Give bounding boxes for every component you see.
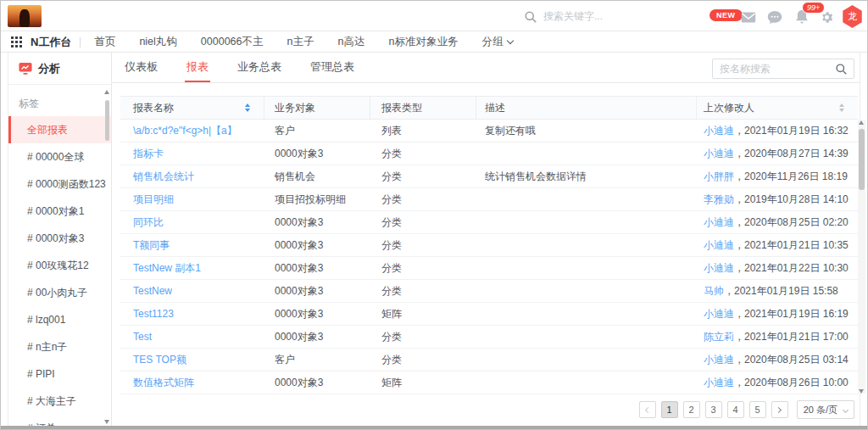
report-name-link[interactable]: \a/b:c*d?e"f<g>h|【a】 bbox=[133, 124, 237, 138]
tab[interactable]: 报表 bbox=[185, 53, 210, 82]
table-row: 同环比 0000对象3 分类 小迪迪，2020年08月25日 02:20 bbox=[120, 211, 858, 234]
report-name-link[interactable]: 指标卡 bbox=[133, 147, 164, 161]
table-body: \a/b:c*d?e"f<g>h|【a】 客户 列表 复制还有哦 小迪迪，202… bbox=[120, 120, 858, 394]
global-search-input[interactable] bbox=[543, 10, 687, 22]
sidebar-tag-item[interactable]: # 0000对象3 bbox=[8, 225, 111, 252]
nav-item[interactable]: niel丸钩 bbox=[139, 35, 176, 49]
nav-item[interactable]: n高达 bbox=[337, 35, 364, 49]
business-object-cell: 0000对象3 bbox=[264, 211, 370, 233]
page-button[interactable]: 4 bbox=[727, 401, 744, 418]
report-name-link[interactable]: TES TOP额 bbox=[133, 353, 186, 367]
sidebar-scrollbar[interactable] bbox=[104, 90, 110, 424]
modifier-link[interactable]: 小迪迪 bbox=[704, 215, 734, 230]
pagination: 1 2 3 4 5 20 条/页 bbox=[639, 400, 854, 419]
apps-grid-icon[interactable] bbox=[11, 36, 22, 47]
report-type-cell: 矩阵 bbox=[370, 371, 476, 394]
sidebar-item-all-reports[interactable]: 全部报表 bbox=[8, 116, 111, 143]
modifier-separator: ， bbox=[734, 147, 744, 161]
report-name-link[interactable]: TestNew bbox=[133, 285, 172, 297]
prev-page-button[interactable] bbox=[639, 401, 656, 418]
sidebar-tag-item[interactable]: # 0000对象1 bbox=[8, 198, 111, 225]
search-icon[interactable] bbox=[835, 63, 847, 75]
last-modified-cell: 陈立莉，2021年01月21日 17:00 bbox=[697, 326, 858, 348]
nav-item[interactable]: n标准对象业务 bbox=[388, 35, 458, 49]
global-search[interactable] bbox=[524, 7, 710, 25]
sidebar-tag-item[interactable]: # 0000测函数123 bbox=[8, 170, 111, 198]
sidebar-tag-item[interactable]: # 00小肉丸子 bbox=[8, 279, 111, 306]
chevron-left-icon bbox=[645, 406, 651, 412]
report-name-link[interactable]: 项目明细 bbox=[133, 193, 174, 207]
modified-time: 2020年08月26日 10:00 bbox=[744, 376, 849, 390]
avatar[interactable]: 龙 bbox=[842, 5, 863, 28]
column-header-report-name[interactable]: 报表名称 bbox=[120, 97, 264, 119]
analysis-icon bbox=[19, 62, 32, 75]
modified-time: 2021年01月21日 17:00 bbox=[744, 330, 849, 344]
modifier-link[interactable]: 陈立莉 bbox=[704, 330, 734, 344]
next-page-button[interactable] bbox=[771, 401, 788, 418]
report-name-link[interactable]: 销售机会统计 bbox=[133, 170, 194, 184]
page-button[interactable]: 1 bbox=[661, 401, 678, 418]
report-name-link[interactable]: 同环比 bbox=[133, 215, 164, 230]
sidebar-tag-item[interactable]: # PIPI bbox=[8, 360, 111, 388]
workspace-title[interactable]: N工作台 bbox=[31, 35, 71, 50]
table-scrollbar[interactable] bbox=[858, 120, 865, 394]
last-modified-cell: 小迪迪，2021年01月21日 10:35 bbox=[697, 234, 858, 256]
sidebar-tag-item[interactable]: # lzq001 bbox=[8, 306, 111, 333]
table-row: Test 0000对象3 分类 陈立莉，2021年01月21日 17:00 bbox=[120, 326, 858, 349]
modifier-link[interactable]: 李雅勋 bbox=[704, 193, 734, 207]
nav-item[interactable]: 0000066不主 bbox=[201, 35, 264, 49]
modifier-link[interactable]: 小迪迪 bbox=[704, 238, 734, 253]
sort-icon[interactable] bbox=[245, 103, 250, 112]
bell-icon[interactable]: 99+ bbox=[793, 8, 810, 25]
scroll-down-arrow[interactable] bbox=[859, 389, 864, 394]
page-button[interactable]: 5 bbox=[749, 401, 766, 418]
modifier-link[interactable]: 小迪迪 bbox=[704, 353, 734, 367]
column-header-last-modifier[interactable]: 上次修改人 bbox=[697, 97, 858, 119]
modifier-link[interactable]: 小迪迪 bbox=[704, 147, 734, 161]
business-object-cell: 0000对象3 bbox=[264, 257, 370, 279]
name-search-input[interactable] bbox=[720, 63, 835, 75]
report-name-link[interactable]: 数值格式矩阵 bbox=[133, 376, 194, 390]
description-cell bbox=[476, 280, 697, 302]
modifier-link[interactable]: 小迪迪 bbox=[704, 261, 734, 276]
modifier-link[interactable]: 马帅 bbox=[704, 284, 724, 299]
sidebar: 分析 标签 全部报表 # 00000全球 # 0000测函数123 # 0000… bbox=[8, 53, 112, 426]
sidebar-tag-item[interactable]: # 00000全球 bbox=[8, 143, 111, 170]
modifier-link[interactable]: 小迪迪 bbox=[704, 124, 734, 138]
nav-group-dropdown[interactable]: 分组 bbox=[481, 35, 513, 49]
report-name-link[interactable]: TestNew 副本1 bbox=[133, 261, 201, 276]
tab[interactable]: 仪表板 bbox=[123, 53, 159, 82]
sidebar-tag-item[interactable]: # n主n子 bbox=[8, 333, 111, 360]
page-button[interactable]: 2 bbox=[683, 401, 700, 418]
nav-item[interactable]: n主子 bbox=[287, 35, 314, 49]
nav-item[interactable]: 首页 bbox=[94, 35, 115, 49]
table-row: TES TOP额 客户 分类 小迪迪，2020年08月25日 03:14 bbox=[120, 349, 858, 371]
scroll-down-arrow[interactable] bbox=[104, 420, 109, 424]
modifier-separator: ， bbox=[734, 261, 744, 276]
gear-icon[interactable] bbox=[818, 8, 835, 25]
modifier-link[interactable]: 小迪迪 bbox=[704, 376, 734, 390]
app-logo[interactable] bbox=[8, 5, 42, 27]
scrollbar-thumb[interactable] bbox=[859, 129, 865, 190]
page-size-select[interactable]: 20 条/页 bbox=[797, 400, 854, 419]
tab[interactable]: 业务总表 bbox=[236, 53, 283, 82]
name-search[interactable] bbox=[712, 59, 854, 79]
modifier-link[interactable]: 小胖胖 bbox=[704, 170, 734, 184]
report-name-link[interactable]: T额同事 bbox=[133, 238, 170, 253]
chat-icon[interactable] bbox=[766, 8, 783, 25]
table-row: 指标卡 0000对象3 分类 小迪迪，2020年08月27日 14:39 bbox=[120, 142, 858, 165]
mail-icon[interactable] bbox=[740, 8, 757, 25]
page-button[interactable]: 3 bbox=[705, 401, 722, 418]
scrollbar-thumb[interactable] bbox=[105, 100, 109, 141]
sidebar-tag-item[interactable]: # 大海主子 bbox=[8, 388, 111, 415]
modifier-link[interactable]: 小迪迪 bbox=[704, 307, 734, 321]
report-name-link[interactable]: Test1123 bbox=[133, 308, 174, 320]
scroll-up-arrow[interactable] bbox=[104, 90, 109, 94]
report-type-cell: 分类 bbox=[370, 257, 476, 279]
report-name-link[interactable]: Test bbox=[133, 331, 152, 343]
scroll-up-arrow[interactable] bbox=[859, 120, 864, 125]
sidebar-tag-item[interactable]: # 00玫瑰花12 bbox=[8, 252, 111, 279]
modified-time: 2021年01月21日 10:35 bbox=[744, 238, 849, 253]
sort-icon[interactable] bbox=[839, 103, 844, 112]
tab[interactable]: 管理总表 bbox=[309, 53, 356, 82]
